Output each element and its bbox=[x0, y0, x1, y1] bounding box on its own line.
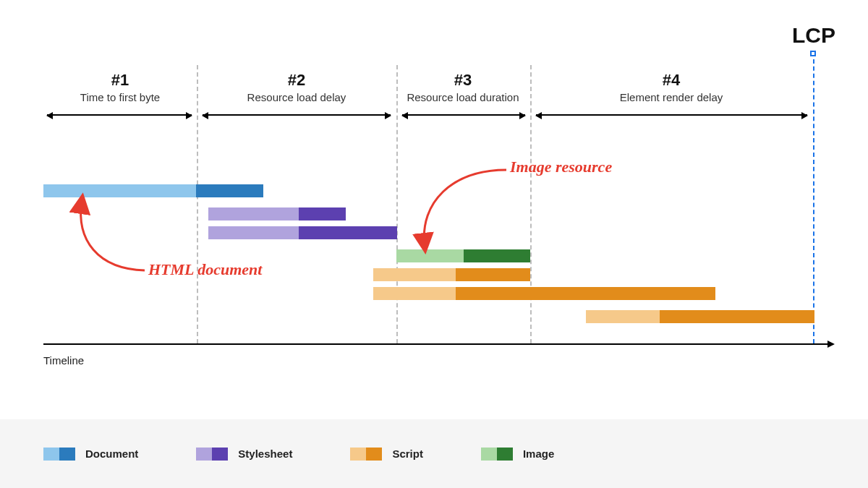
legend-document-label: Document bbox=[85, 448, 138, 460]
diagram-stage: LCP #1 Time to first byte #2 Resource lo… bbox=[0, 0, 868, 488]
lcp-label: LCP bbox=[792, 23, 835, 48]
phase-1-num: #1 bbox=[111, 71, 129, 90]
divider-2 bbox=[396, 65, 398, 343]
arrow-image-resource-icon bbox=[409, 163, 532, 260]
legend-script-label: Script bbox=[392, 448, 423, 460]
legend-stylesheet-label: Stylesheet bbox=[238, 448, 292, 460]
lcp-marker-line bbox=[813, 52, 814, 343]
phase-4-range bbox=[536, 114, 807, 116]
phase-2-range bbox=[203, 114, 391, 116]
phase-3-range bbox=[402, 114, 525, 116]
legend: Document Stylesheet Script Image bbox=[0, 419, 868, 488]
phase-2-num: #2 bbox=[288, 71, 305, 90]
bar-image bbox=[396, 249, 530, 262]
bar-stylesheet-2 bbox=[208, 226, 397, 239]
phase-1-label: Time to first byte bbox=[80, 91, 160, 103]
timeline-axis-label: Timeline bbox=[43, 354, 84, 367]
bar-script-3 bbox=[586, 310, 814, 323]
timeline-axis bbox=[43, 343, 833, 345]
swatch-stylesheet-icon bbox=[196, 448, 228, 461]
bar-script-1 bbox=[373, 268, 530, 281]
phase-4-num: #4 bbox=[663, 71, 680, 90]
lcp-marker-icon bbox=[810, 51, 816, 56]
phase-2-label: Resource load delay bbox=[247, 91, 346, 103]
bar-script-2 bbox=[373, 287, 715, 300]
annotation-image-resource: Image resource bbox=[510, 158, 612, 176]
phase-3-num: #3 bbox=[454, 71, 472, 90]
phase-1-range bbox=[47, 114, 192, 116]
legend-document: Document bbox=[43, 448, 138, 461]
legend-image-label: Image bbox=[523, 448, 554, 460]
swatch-script-icon bbox=[350, 448, 382, 461]
phase-3-label: Resource load duration bbox=[407, 91, 519, 103]
divider-1 bbox=[197, 65, 198, 343]
legend-image: Image bbox=[481, 448, 554, 461]
legend-stylesheet: Stylesheet bbox=[196, 448, 292, 461]
legend-script: Script bbox=[350, 448, 423, 461]
bar-document bbox=[43, 184, 263, 197]
swatch-document-icon bbox=[43, 448, 75, 461]
divider-3 bbox=[530, 65, 532, 343]
bar-stylesheet-1 bbox=[208, 207, 346, 221]
annotation-html-document: HTML document bbox=[148, 260, 262, 279]
phase-4-label: Element render delay bbox=[620, 91, 723, 103]
swatch-image-icon bbox=[481, 448, 513, 461]
